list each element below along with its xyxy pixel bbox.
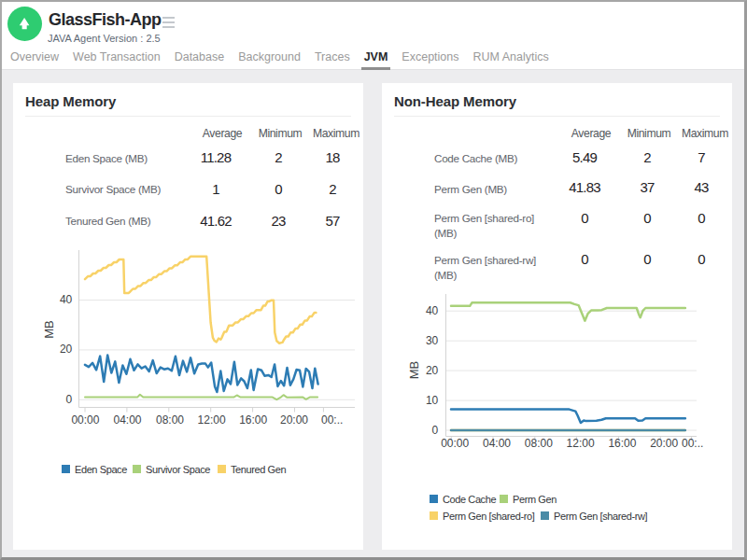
svg-text:30: 30: [426, 334, 439, 347]
svg-text:00:..: 00:..: [321, 413, 343, 427]
svg-text:00:00: 00:00: [71, 413, 99, 427]
svg-text:40: 40: [426, 304, 439, 317]
svg-text:0: 0: [432, 424, 439, 437]
svg-text:00:..: 00:..: [682, 437, 703, 450]
svg-text:16:00: 16:00: [239, 413, 267, 427]
svg-text:20:00: 20:00: [650, 437, 678, 450]
svg-text:00:00: 00:00: [441, 437, 469, 450]
svg-text:08:00: 08:00: [525, 437, 553, 450]
svg-text:20: 20: [60, 343, 73, 356]
svg-text:04:00: 04:00: [483, 437, 511, 450]
svg-text:20:00: 20:00: [280, 413, 308, 427]
svg-text:08:00: 08:00: [156, 413, 184, 427]
svg-text:10: 10: [426, 394, 439, 407]
svg-text:16:00: 16:00: [608, 437, 636, 450]
svg-text:12:00: 12:00: [567, 437, 595, 450]
svg-text:MB: MB: [42, 320, 56, 339]
svg-text:04:00: 04:00: [113, 413, 141, 427]
svg-text:20: 20: [426, 364, 439, 377]
svg-text:0: 0: [66, 393, 73, 406]
svg-text:12:00: 12:00: [198, 413, 226, 427]
svg-text:40: 40: [60, 293, 73, 306]
svg-text:MB: MB: [407, 361, 421, 380]
